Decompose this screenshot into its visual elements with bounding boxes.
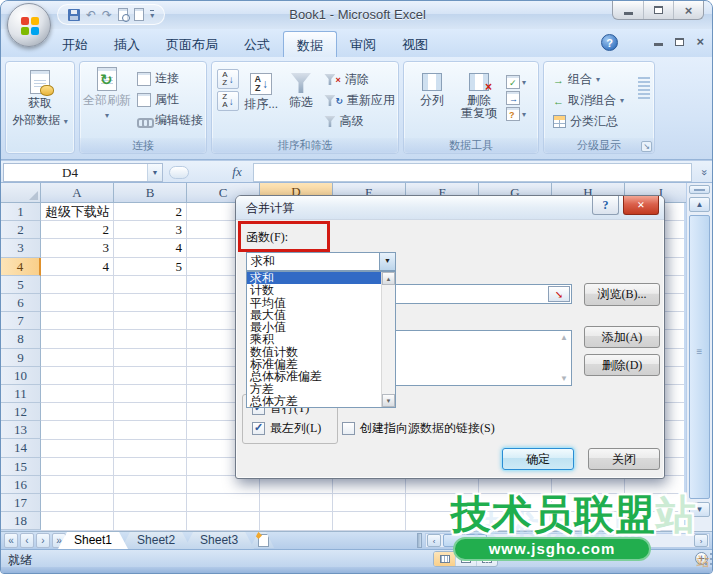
expand-formula-bar-icon[interactable]: » — [694, 164, 713, 182]
data-validation-button[interactable]: ✓ ▾ — [506, 75, 526, 89]
cell-a3[interactable]: 3 — [41, 239, 113, 257]
minimize-button[interactable] — [613, 1, 643, 19]
cell-b2[interactable]: 3 — [114, 221, 186, 239]
create-links-checkbox[interactable] — [342, 422, 355, 435]
name-box[interactable]: D4 — [3, 163, 163, 182]
function-option-var[interactable]: 方差 — [247, 383, 395, 395]
row-header[interactable]: 6 — [1, 294, 41, 312]
what-if-analysis-button[interactable]: ? ▾ — [506, 107, 526, 121]
select-all-corner[interactable] — [1, 183, 41, 203]
insert-function-icon[interactable]: fx — [225, 163, 249, 182]
subtotal-button[interactable]: 分类汇总 — [550, 112, 654, 131]
name-box-dropdown-icon[interactable]: ▼ — [147, 164, 162, 181]
row-header[interactable]: 16 — [1, 476, 41, 494]
tab-review[interactable]: 审阅 — [337, 31, 389, 57]
insert-worksheet-icon[interactable] — [250, 532, 274, 548]
function-option-sum[interactable]: 求和 — [247, 272, 395, 284]
vertical-scrollbar[interactable]: ▲ ▼ — [686, 183, 712, 531]
row-header-4-selected[interactable]: 4 — [1, 258, 41, 276]
cell-a1[interactable]: 超级下载站 — [41, 203, 113, 221]
function-option-max[interactable]: 最大值 — [247, 309, 395, 321]
browse-button[interactable]: 浏览(B)... — [584, 283, 660, 306]
function-option-min[interactable]: 最小值 — [247, 321, 395, 333]
collapse-dialog-icon[interactable]: ↘ — [548, 286, 570, 302]
function-option-average[interactable]: 平均值 — [247, 297, 395, 309]
outline-dialog-launcher-icon[interactable]: ↘ — [641, 141, 652, 152]
edit-links-button[interactable]: 编辑链接 — [134, 111, 206, 130]
tab-data[interactable]: 数据 — [283, 31, 337, 57]
get-external-data-button[interactable]: 获取 外部数据 ▾ — [6, 62, 74, 129]
cell-a4[interactable]: 4 — [41, 258, 113, 276]
workbook-close-button[interactable]: × — [696, 35, 704, 48]
close-button-dialog[interactable]: 关闭 — [588, 448, 660, 470]
combobox-dropdown-icon[interactable]: ▼ — [379, 253, 395, 270]
list-scroll-down-icon[interactable]: ▼ — [382, 394, 395, 407]
formula-input[interactable] — [253, 163, 692, 182]
row-header[interactable]: 10 — [1, 367, 41, 385]
row-header[interactable]: 13 — [1, 421, 41, 439]
function-option-stdev[interactable]: 标准偏差 — [247, 358, 395, 370]
consolidate-button[interactable]: → — [506, 91, 526, 105]
row-header[interactable]: 3 — [1, 239, 41, 257]
row-header[interactable]: 9 — [1, 349, 41, 367]
cell-a2[interactable]: 2 — [41, 221, 113, 239]
first-sheet-icon[interactable]: « — [4, 533, 18, 548]
properties-button[interactable]: 属性 — [134, 90, 206, 109]
text-to-columns-button[interactable]: 分列 — [412, 68, 452, 121]
function-option-stdevp[interactable]: 总体标准偏差 — [247, 370, 395, 382]
list-scrollbar[interactable]: ▲ ▼ — [381, 272, 395, 407]
row-header[interactable]: 2 — [1, 221, 41, 239]
clear-filter-button[interactable]: × 清除 — [321, 70, 398, 89]
connections-button[interactable]: 连接 — [134, 69, 206, 88]
reapply-button[interactable]: ↻ 重新应用 — [321, 91, 398, 110]
function-option-varp[interactable]: 总体方差 — [247, 395, 395, 407]
tab-split-handle[interactable] — [417, 533, 422, 548]
tab-view[interactable]: 视图 — [389, 31, 441, 57]
row-header[interactable]: 11 — [1, 385, 41, 403]
cell-b3[interactable]: 4 — [114, 239, 186, 257]
sort-ascending-button[interactable]: AZ ↓ — [217, 69, 239, 89]
row-header[interactable]: 7 — [1, 312, 41, 330]
ok-button[interactable]: 确定 — [502, 448, 574, 470]
help-icon[interactable]: ? — [601, 34, 618, 51]
row-header[interactable]: 18 — [1, 512, 41, 530]
function-option-count-numbers[interactable]: 数值计数 — [247, 346, 395, 358]
cell-b1[interactable]: 2 — [114, 203, 186, 221]
sheet-tab-sheet2[interactable]: Sheet2 — [121, 532, 191, 549]
function-option-product[interactable]: 乘积 — [247, 333, 395, 345]
remove-duplicates-button[interactable]: 删除 重复项 — [456, 68, 502, 121]
dialog-help-icon[interactable]: ? — [592, 196, 619, 215]
row-header[interactable]: 17 — [1, 494, 41, 512]
cell-b4[interactable]: 5 — [114, 258, 186, 276]
scroll-left-icon[interactable]: ‹ — [427, 534, 441, 547]
restore-button[interactable] — [643, 1, 673, 19]
next-sheet-icon[interactable]: › — [36, 533, 50, 548]
previous-sheet-icon[interactable]: ‹ — [20, 533, 34, 548]
close-button[interactable]: × — [673, 1, 703, 19]
workbook-restore-button[interactable] — [675, 38, 684, 46]
column-header-b[interactable]: B — [114, 183, 187, 203]
row-header[interactable]: 1 — [1, 203, 41, 221]
resize-grip[interactable] — [710, 563, 712, 565]
row-header[interactable]: 12 — [1, 403, 41, 421]
row-header[interactable]: 8 — [1, 330, 41, 348]
hide-detail-icon[interactable] — [638, 89, 650, 99]
function-combobox[interactable]: 求和 ▼ — [246, 252, 396, 271]
sort-button[interactable]: AZ ↓ 排序... — [242, 68, 280, 131]
normal-view-button[interactable] — [434, 552, 455, 566]
row-header[interactable]: 15 — [1, 458, 41, 476]
workbook-minimize-button[interactable] — [654, 43, 663, 46]
tab-page-layout[interactable]: 页面布局 — [153, 31, 231, 57]
office-button[interactable] — [7, 3, 51, 47]
row-header[interactable]: 5 — [1, 276, 41, 294]
tab-home[interactable]: 开始 — [49, 31, 101, 57]
function-option-count[interactable]: 计数 — [247, 284, 395, 296]
add-button[interactable]: 添加(A) — [584, 326, 660, 348]
dialog-close-icon[interactable]: × — [623, 196, 659, 215]
filter-button[interactable]: 筛选 — [283, 68, 318, 131]
sort-descending-button[interactable]: ZA ↓ — [217, 91, 239, 111]
scroll-up-icon[interactable]: ▲ — [689, 197, 710, 212]
scrollbar-split-handle[interactable] — [689, 185, 710, 194]
list-scroll-up-icon[interactable]: ▲ — [382, 272, 395, 285]
left-column-checkbox[interactable] — [252, 422, 265, 435]
